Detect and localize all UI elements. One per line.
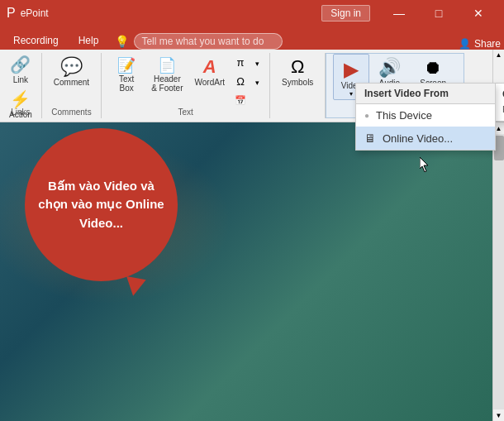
tell-me-area: 💡 [115, 33, 459, 50]
link-icon: 🔗 [10, 55, 31, 74]
window-controls: — □ ✕ [380, 0, 497, 26]
symbols-button[interactable]: Ω [231, 72, 250, 90]
comment-label: Comment [54, 78, 89, 87]
online-video-label: Online Video... [383, 132, 453, 145]
share-button[interactable]: 👤 Share [459, 38, 501, 50]
share-icon: 👤 [459, 38, 471, 50]
app-title: ePoint [21, 7, 49, 19]
ribbon-scroll-up[interactable]: ▲ [494, 50, 504, 60]
wordart-button[interactable]: A WordArt [190, 53, 231, 89]
link-label: Link [13, 75, 28, 84]
scroll-down-button[interactable]: ▼ [493, 409, 505, 421]
comment-icon: 💬 [60, 58, 83, 76]
comments-group-label: Comments [42, 108, 101, 117]
comment-button[interactable]: 💬 Comment [49, 53, 94, 89]
tab-help[interactable]: Help [69, 31, 109, 50]
ribbon-tabs: Recording Help 💡 👤 Share [0, 26, 504, 50]
textbox-icon: 📝 [117, 58, 136, 73]
audio-icon: 🔊 [378, 59, 401, 77]
title-bar-right: Sign in — □ ✕ [321, 0, 497, 26]
insert-video-dropdown: Insert Video From ● This Device 🖥 Online… [355, 83, 496, 151]
comments-group: 💬 Comment Comments [42, 53, 102, 118]
symbols-sub-button[interactable]: ▾ [251, 55, 263, 73]
title-bar: P ePoint Sign in — □ ✕ [0, 0, 504, 26]
minimize-button[interactable]: — [380, 0, 418, 26]
link-button[interactable]: 🔗 Link [7, 53, 33, 86]
omega-icon: Ω [291, 58, 304, 76]
maximize-button[interactable]: □ [420, 0, 458, 26]
links-group: 🔗 Link ⚡ Action Links [0, 53, 42, 118]
headerfooter-button[interactable]: 📄 Header & Footer [146, 53, 188, 94]
main-scrollbar[interactable]: ▲ ▼ [492, 122, 504, 421]
textbox-button[interactable]: 📝 Text Box [108, 53, 145, 94]
speech-bubble-text: Bấm vào Video và chọn vào mục Online Vid… [25, 169, 178, 242]
headerfooter-icon: 📄 [158, 58, 176, 73]
online-video-icon: 🖥 [364, 132, 376, 145]
textbox-label: Text Box [119, 74, 134, 93]
symbols-group: Ω Symbols [270, 53, 326, 118]
action-icon: ⚡ [10, 89, 31, 109]
app-logo-icon: P [7, 6, 16, 21]
this-device-label: This Device [376, 109, 432, 122]
wordart-icon: A [203, 58, 216, 76]
headerfooter-label: Header & Footer [151, 74, 183, 93]
date-button[interactable]: 📅 [231, 91, 250, 109]
tab-recording[interactable]: Recording [3, 31, 69, 50]
online-side-panel: Online Find an variety... [496, 83, 504, 122]
tell-me-input[interactable] [134, 33, 283, 50]
screenrecording-icon: ⏺ [424, 59, 442, 77]
speech-bubble: Bấm vào Video và chọn vào mục Online Vid… [25, 128, 178, 281]
symbols-label-btn[interactable]: ▾ [251, 74, 263, 92]
online-video-item[interactable]: 🖥 Online Video... [356, 127, 495, 150]
lightbulb-icon: 💡 [115, 35, 129, 48]
video-icon: ▶ [344, 60, 359, 79]
text-group: 📝 Text Box 📄 Header & Footer A WordArt π… [102, 53, 270, 118]
this-device-bullet: ● [364, 111, 369, 120]
close-button[interactable]: ✕ [459, 0, 497, 26]
symbols-main-button[interactable]: Ω Symbols [277, 53, 318, 89]
links-group-label: Links [0, 108, 41, 117]
equation-button[interactable]: π [231, 53, 250, 71]
title-bar-left: P ePoint [7, 6, 49, 21]
symbols-main-label: Symbols [282, 78, 313, 87]
wordart-label: WordArt [195, 78, 226, 87]
video-dropdown-arrow: ▾ [349, 90, 353, 98]
dropdown-header: Insert Video From [356, 84, 495, 104]
text-group-label: Text [102, 108, 269, 117]
signin-button[interactable]: Sign in [321, 5, 370, 22]
scroll-track[interactable] [493, 134, 504, 409]
this-device-item[interactable]: ● This Device [356, 104, 495, 127]
